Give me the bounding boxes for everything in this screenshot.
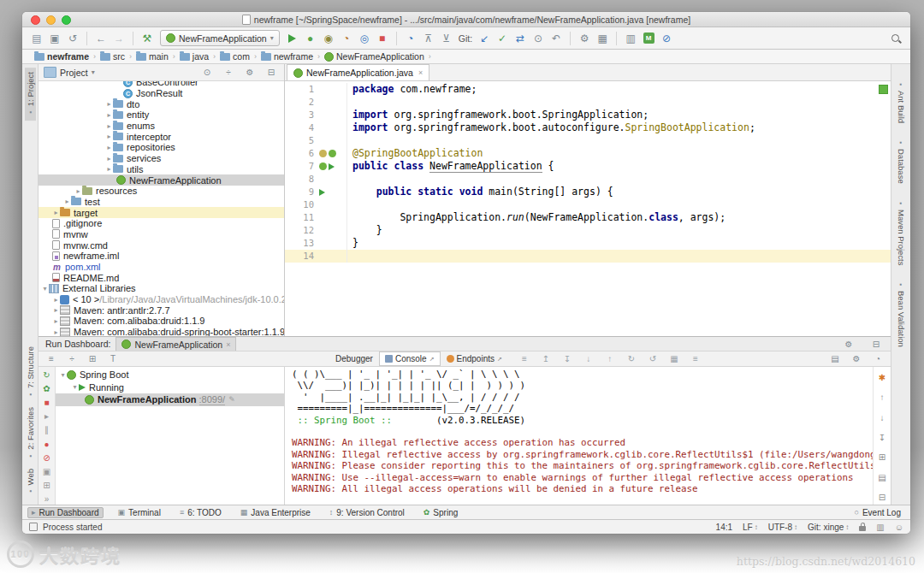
chevron-down-icon[interactable]: ▾ <box>92 68 95 76</box>
layout-icon[interactable]: ▥ <box>623 31 638 46</box>
rollback-icon[interactable]: ↶ <box>548 31 564 46</box>
history-icon[interactable]: ⊙ <box>530 31 546 46</box>
settings-wrench-icon[interactable]: ⚙ <box>577 31 592 46</box>
coverage-icon[interactable]: ◉ <box>321 31 336 46</box>
build-hammer-icon[interactable]: ⚒ <box>139 31 155 46</box>
collapsed-arrow-icon[interactable]: ▸ <box>52 209 60 216</box>
collapsed-arrow-icon[interactable]: ▸ <box>105 100 113 108</box>
sync-icon[interactable]: ↺ <box>65 31 80 46</box>
tree-row[interactable]: ▸Maven: com.alibaba:druid:1.1.9 <box>38 316 284 327</box>
collapsed-arrow-icon[interactable]: ▸ <box>52 328 60 336</box>
scroll-end-icon[interactable]: ↧ <box>874 430 890 444</box>
readonly-lock-icon[interactable] <box>859 526 866 531</box>
disable-plugin-icon[interactable]: ⊘ <box>659 31 674 46</box>
close-tab-icon[interactable]: × <box>418 68 423 77</box>
code-line[interactable]: 11 SpringApplication.run(NewFrameApplica… <box>285 211 891 224</box>
spring-bean-icon[interactable] <box>329 150 336 157</box>
toolwindow-java-enterprise[interactable]: ▦Java Enterprise <box>236 507 315 518</box>
more-icon[interactable]: » <box>39 494 55 505</box>
tab-endpoints[interactable]: Endpoints↗ <box>441 352 507 365</box>
console-settings-icon[interactable]: ⚙ <box>849 351 864 367</box>
tree-row[interactable]: ▸target <box>38 207 284 218</box>
code-line[interactable]: 1package com.newframe; <box>285 83 891 96</box>
code-area[interactable]: 1package com.newframe;23import org.sprin… <box>285 81 891 336</box>
tool-stripe-ant-build[interactable]: ▪Ant Build <box>896 76 907 127</box>
tree-row[interactable]: CJsonResult <box>38 88 284 99</box>
hide-panel-icon[interactable]: ⊟ <box>264 65 279 80</box>
filter-icon[interactable]: T <box>105 351 121 367</box>
code-line[interactable]: 10 <box>285 198 891 211</box>
tool-stripe-2-favorites[interactable]: ▪2: Favorites <box>25 403 36 464</box>
back-icon[interactable]: ← <box>93 31 109 46</box>
attach-icon[interactable]: ◎ <box>357 31 372 46</box>
sort-icon[interactable]: ≡ <box>44 351 59 367</box>
collapsed-arrow-icon[interactable]: ▸ <box>74 187 82 195</box>
close-run-tab-icon[interactable]: × <box>226 340 230 349</box>
run-button[interactable] <box>285 31 300 46</box>
toolwindow-terminal[interactable]: ▣Terminal <box>114 507 165 518</box>
adjust-icon[interactable]: ≡ <box>688 351 703 367</box>
vcs-push-icon[interactable]: ⇄ <box>512 31 528 46</box>
collapsed-arrow-icon[interactable]: ▸ <box>105 165 113 173</box>
collapse-icon[interactable]: ÷ <box>64 351 80 367</box>
expanded-arrow-icon[interactable]: ▾ <box>59 371 67 379</box>
dashboard-settings-icon[interactable]: ⚙ <box>841 336 856 351</box>
hotswap-icon[interactable]: ⊻ <box>439 31 454 46</box>
collapsed-arrow-icon[interactable]: ▸ <box>63 198 71 205</box>
status-widget-14-1[interactable]: 14:1 <box>716 523 732 532</box>
inspection-status-icon[interactable] <box>879 85 888 94</box>
run-class-icon[interactable] <box>329 163 335 170</box>
menu-icon[interactable]: ≡ <box>517 351 532 367</box>
toolwindow-6-todo[interactable]: ≡6: TODO <box>175 507 226 518</box>
tool-stripe-web[interactable]: ▪Web <box>25 464 36 499</box>
breadcrumb-item-com[interactable]: com <box>218 51 252 62</box>
save-all-icon[interactable]: ▣ <box>47 31 62 46</box>
jump-to-icon[interactable]: ✱ <box>874 370 890 384</box>
zoom-window-button[interactable] <box>62 15 71 25</box>
resume-icon[interactable]: ▸ <box>39 411 55 422</box>
scroll-up-icon[interactable]: ↑ <box>874 390 890 404</box>
search-icon[interactable] <box>888 31 903 46</box>
tab-console[interactable]: Console↗ <box>379 351 441 366</box>
run-tree-row[interactable]: NewFrameApplication:8099/✎ <box>56 393 284 406</box>
title-bar[interactable]: newframe [~/SpringSpace/newframe] - .../… <box>22 12 910 27</box>
snapshot-icon[interactable]: ▣ <box>39 466 55 476</box>
open-folder-icon[interactable]: ▤ <box>29 31 44 46</box>
collapsed-arrow-icon[interactable]: ▸ <box>52 306 60 314</box>
console-pane[interactable]: ( ( )\___ | '_ | '_| | '_ \/ _` | \ \ \ … <box>285 367 891 505</box>
toolwindow-event-log[interactable]: ○Event Log <box>850 507 905 518</box>
edit-icon[interactable]: ✎ <box>228 395 235 404</box>
tree-row[interactable]: ▸utils <box>38 164 284 175</box>
update-app-icon[interactable]: ⊼ <box>421 31 436 46</box>
tab-debugger[interactable]: Debugger <box>330 352 378 365</box>
code-line[interactable]: 7public class NewFrameApplication { <box>285 160 891 173</box>
breadcrumb-item-src[interactable]: src <box>98 51 127 62</box>
collapsed-arrow-icon[interactable]: ▸ <box>105 155 113 162</box>
editor-tab[interactable]: NewFrameApplication.java × <box>287 64 429 80</box>
stop-icon[interactable]: ■ <box>375 31 390 46</box>
group-icon[interactable]: ⊞ <box>85 351 100 367</box>
code-line[interactable]: 2 <box>285 96 891 109</box>
spring-bean-icon[interactable] <box>319 162 327 170</box>
spring-rerun-icon[interactable]: ✿ <box>39 383 55 393</box>
code-line[interactable]: 5 <box>285 134 891 147</box>
soft-wrap-icon[interactable]: ⊞ <box>874 451 890 464</box>
run-line-icon[interactable] <box>319 189 325 196</box>
rerun-icon[interactable]: ↻ <box>39 369 55 380</box>
tree-row[interactable]: ▸interceptor <box>38 131 284 142</box>
locate-icon[interactable]: ⊙ <box>199 65 215 80</box>
close-window-button[interactable] <box>31 15 40 25</box>
tree-row[interactable]: NewFrameApplication <box>38 174 284 186</box>
code-line[interactable]: 14 <box>285 250 891 263</box>
breadcrumb-item-main[interactable]: main <box>134 51 170 62</box>
tool-stripe-7-structure[interactable]: ▪7: Structure <box>25 342 36 403</box>
grid-icon[interactable]: ▦ <box>666 351 682 367</box>
tree-row[interactable]: ▸entity <box>38 109 284 121</box>
tool-stripe-bean-validation[interactable]: ▪Bean Validation <box>896 276 907 351</box>
annotation-gutter-icon[interactable] <box>319 150 327 157</box>
stop-process-icon[interactable]: ■ <box>39 397 55 407</box>
tree-row[interactable]: ▸dto <box>38 98 284 109</box>
tree-row[interactable]: ▸Maven: com.alibaba:druid-spring-boot-st… <box>38 327 284 336</box>
tree-row[interactable]: mvnw.cmd <box>38 239 284 251</box>
run-configuration-select[interactable]: NewFrameApplication▾ <box>160 30 280 46</box>
